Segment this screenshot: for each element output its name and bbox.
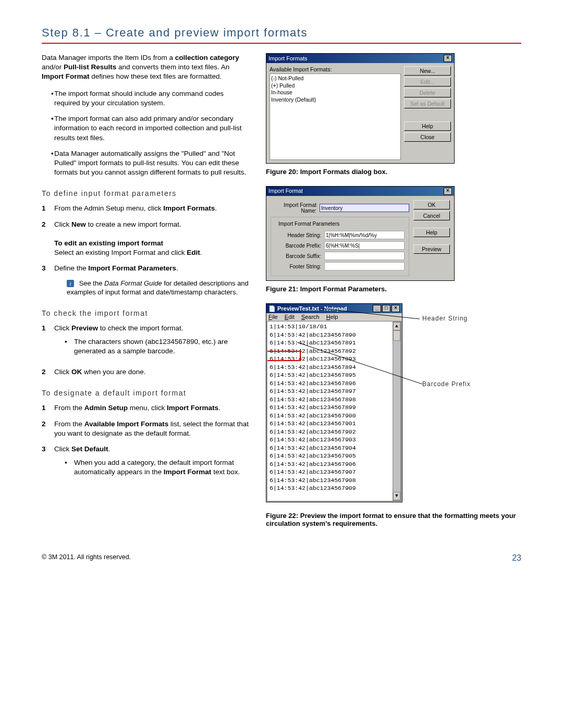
close-button[interactable]: Close bbox=[404, 132, 451, 142]
header-string-label: Header String: bbox=[275, 232, 321, 238]
cancel-button[interactable]: Cancel bbox=[413, 211, 450, 220]
intro-paragraph: Data Manager imports the Item IDs from a… bbox=[42, 53, 250, 82]
header-string-annotation: Header String bbox=[422, 315, 468, 322]
notepad-line: 6|14:53:42|abc1234567908 bbox=[270, 476, 399, 485]
notepad-line: 6|14:53:42|abc1234567904 bbox=[270, 444, 399, 452]
scroll-thumb bbox=[393, 330, 400, 341]
dialog-title: Import Format bbox=[268, 188, 303, 195]
figure-20-caption: Figure 20: Import Formats dialog box. bbox=[266, 168, 521, 176]
list-item: In-house bbox=[271, 89, 399, 96]
format-name-input[interactable] bbox=[320, 204, 409, 212]
barcode-prefix-annotation: Barcode Prefix bbox=[422, 380, 471, 388]
barcode-prefix-input[interactable] bbox=[324, 241, 405, 250]
bullet-item: ▪Data Manager automatically assigns the … bbox=[42, 149, 250, 178]
notepad-window: 📄 PreviewTest.txt - Notepad _ □ × File E… bbox=[266, 303, 402, 502]
notepad-line: 6|14:53:42|abc1234567906 bbox=[270, 460, 399, 468]
import-format-dialog: Import Format × Import Format Name: Impo… bbox=[266, 186, 455, 281]
notepad-line: 6|14:53:42|abc1234567909 bbox=[270, 484, 399, 492]
list-item: Inventory (Default) bbox=[271, 96, 399, 104]
new-button[interactable]: New... bbox=[404, 66, 451, 76]
step-item: 2 Click OK when you are done. bbox=[42, 367, 250, 377]
bullet-item: ▪The import format should include any co… bbox=[42, 89, 250, 108]
fieldset-legend: Import Format Parameters bbox=[276, 221, 341, 227]
step-item: 1 Click Preview to check the import form… bbox=[42, 324, 250, 362]
svg-line-0 bbox=[321, 309, 420, 319]
figure-21-caption: Figure 21: Import Format Parameters. bbox=[266, 285, 521, 293]
barcode-suffix-label: Barcode Suffix: bbox=[275, 253, 321, 259]
notepad-line: 6|14:53:42|abc1234567902 bbox=[270, 428, 399, 436]
barcode-prefix-highlight bbox=[267, 351, 301, 361]
close-icon[interactable]: × bbox=[444, 55, 452, 62]
delete-button[interactable]: Delete bbox=[404, 88, 451, 97]
format-name-label: Import Format Name: bbox=[271, 202, 316, 214]
header-string-input[interactable] bbox=[324, 231, 405, 239]
info-icon: i bbox=[67, 280, 74, 287]
notepad-line: 6|14:53:42|abc1234567898 bbox=[270, 396, 399, 404]
dialog-title: Import Formats bbox=[268, 55, 308, 61]
ok-button[interactable]: OK bbox=[413, 200, 450, 209]
set-default-button[interactable]: Set as Default bbox=[404, 99, 451, 108]
subhead-define: To define input format parameters bbox=[42, 189, 250, 199]
step-item: 3 Click Set Default. ▪ When you add a ca… bbox=[42, 445, 250, 483]
svg-line-1 bbox=[297, 342, 422, 384]
help-button[interactable]: Help bbox=[413, 228, 450, 237]
barcode-prefix-label: Barcode Prefix: bbox=[275, 243, 321, 249]
help-button[interactable]: Help bbox=[404, 121, 451, 131]
step-item: 2 From the Available Import Formats list… bbox=[42, 419, 250, 438]
notepad-file-icon: 📄 bbox=[268, 305, 276, 312]
notepad-line: 6|14:53:42|abc1234567905 bbox=[270, 452, 399, 460]
notepad-line: 6|14:53:42|abc1234567903 bbox=[270, 436, 399, 444]
menu-file: File bbox=[268, 314, 278, 320]
list-item: (+) Pulled bbox=[271, 82, 399, 90]
step-item: 1 From the Admin Setup menu, click Impor… bbox=[42, 204, 250, 213]
notepad-line: 6|14:53:42|abc1234567901 bbox=[270, 419, 399, 428]
scroll-down-icon: ▼ bbox=[393, 492, 400, 500]
close-icon[interactable]: × bbox=[444, 188, 452, 195]
import-formats-dialog: Import Formats × Available Import Format… bbox=[266, 53, 455, 164]
subhead-default: To designate a default import format bbox=[42, 388, 250, 398]
step-item: 3 Define the Import Format Parameters. i… bbox=[42, 264, 250, 297]
page-number: 23 bbox=[512, 553, 521, 563]
menu-edit: Edit bbox=[285, 314, 295, 320]
subhead-check: To check the import format bbox=[42, 309, 250, 318]
list-item: (-) Not-Pulled bbox=[271, 75, 399, 82]
menu-search: Search bbox=[301, 314, 320, 320]
notepad-line: 6|14:53:42|abc1234567899 bbox=[270, 403, 399, 412]
figure-22-caption: Figure 22: Preview the import format to … bbox=[266, 512, 521, 527]
preview-button[interactable]: Preview bbox=[413, 244, 450, 254]
feature-bullet-list: ▪The import format should include any co… bbox=[42, 89, 250, 178]
bullet-item: ▪The import format can also add primary … bbox=[42, 114, 250, 143]
footer-string-input[interactable] bbox=[324, 262, 405, 270]
footer-string-label: Footer String: bbox=[275, 264, 321, 269]
available-formats-label: Available Import Formats: bbox=[270, 66, 401, 72]
step-item: 2 Click New to create a new import forma… bbox=[42, 220, 250, 258]
available-formats-list[interactable]: (-) Not-Pulled (+) Pulled In-house Inven… bbox=[270, 73, 401, 160]
edit-button[interactable]: Edit... bbox=[404, 77, 451, 87]
notepad-line: 6|14:53:42|abc1234567900 bbox=[270, 412, 399, 420]
notepad-line: 6|14:53:42|abc1234567890 bbox=[270, 331, 399, 339]
page-title: Step 8.1 – Create and preview import for… bbox=[42, 26, 521, 40]
copyright: © 3M 2011. All rights reserved. bbox=[42, 553, 131, 563]
notepad-line: 6|14:53:42|abc1234567907 bbox=[270, 468, 399, 476]
step-item: 1 From the Admin Setup menu, click Impor… bbox=[42, 403, 250, 413]
title-rule bbox=[42, 43, 521, 44]
barcode-suffix-input[interactable] bbox=[324, 252, 405, 260]
